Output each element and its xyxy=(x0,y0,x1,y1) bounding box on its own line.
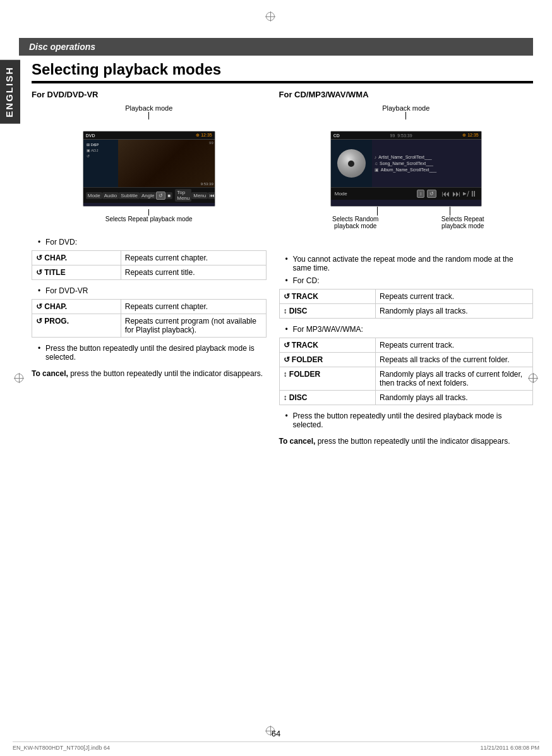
cd-ann-right: Selects Repeat playback mode xyxy=(431,216,495,229)
left-cancel-text: press the button repeatedly until the in… xyxy=(70,369,263,378)
left-press-text: Press the button repeatedly until the de… xyxy=(45,344,255,362)
right-press-text: Press the button repeatedly until the de… xyxy=(293,412,502,429)
dvd-table: ↺ CHAP. Repeats current chapter. ↺ TITLE… xyxy=(32,250,267,280)
cd-section-title: For CD: xyxy=(293,276,320,285)
dvdvr-bullet-section: For DVD-VR ↺ CHAP. Repeats current chapt… xyxy=(32,286,267,338)
dvd-row1-key: ↺ CHAP. xyxy=(32,251,121,265)
mp3-row3-val: Randomly plays all tracks of current fol… xyxy=(376,367,533,391)
dvdvr-header: For DVD-VR xyxy=(38,286,267,295)
mp3-section-title: For MP3/WAV/WMA: xyxy=(293,325,363,334)
cd-row1-key: ↺ TRACK xyxy=(279,290,376,304)
dvd-screen-label: Playback mode xyxy=(125,104,172,112)
table-row: ↺ TRACK Repeats current track. xyxy=(279,290,532,304)
footer: EN_KW-NT800HDT_NT700[J].indb 64 11/21/20… xyxy=(13,741,539,751)
table-row: ↺ CHAP. Repeats current chapter. xyxy=(32,300,267,314)
cd-disc-visual xyxy=(337,149,366,178)
footer-right: 11/21/2011 6:08:08 PM xyxy=(480,745,539,751)
dvdvr-row2-key: ↺ PROG. xyxy=(32,314,121,338)
mp3-row4-key: ↕ DISC xyxy=(279,391,376,405)
mp3-row3-key: ↕ FOLDER xyxy=(279,367,376,391)
cd-table: ↺ TRACK Repeats current track. ↕ DISC Ra… xyxy=(279,289,533,319)
page-title: Selecting playback modes xyxy=(32,61,533,83)
dvd-screen: DVD ⊕ 12:35 ⊞ Di$P ▣ ADJ ↺ 9:53:39 xyxy=(83,131,215,207)
mp3-header: For MP3/WAV/WMA: xyxy=(285,325,533,334)
right-section-title: For CD/MP3/WAV/WMA xyxy=(279,90,533,99)
right-cancel-text: press the button repeatedly until the in… xyxy=(318,437,510,446)
dvd-row1-val: Repeats current chapter. xyxy=(121,251,266,265)
table-row: ↕ FOLDER Randomly plays all tracks of cu… xyxy=(279,367,532,391)
cd-screen: CD 99 9:53:39 ⊕ 12:35 ♪ Artist xyxy=(330,131,482,207)
table-row: ↕ DISC Randomly plays all tracks. xyxy=(279,304,532,319)
dvdvr-row1-val: Repeats current chapter. xyxy=(121,300,266,314)
cannot-note: You cannot activate the repeat mode and … xyxy=(285,255,533,272)
left-column: For DVD/DVD-VR Playback mode DVD ⊕ 12:35 xyxy=(32,90,267,446)
dvd-row2-val: Repeats current title. xyxy=(121,265,266,280)
mp3-row1-val: Repeats current track. xyxy=(376,338,533,353)
table-row: ↺ TITLE Repeats current title. xyxy=(32,265,267,280)
table-row: ↕ DISC Randomly plays all tracks. xyxy=(279,391,532,405)
table-row: ↺ PROG. Repeats current program (not ava… xyxy=(32,314,267,338)
left-section-title: For DVD/DVD-VR xyxy=(32,90,267,99)
dvdvr-row1-key: ↺ CHAP. xyxy=(32,300,121,314)
dvdvr-section-title: For DVD-VR xyxy=(45,286,88,295)
table-row: ↺ FOLDER Repeats all tracks of the curre… xyxy=(279,353,532,367)
section-header: Disc operations xyxy=(19,38,533,56)
dvd-row2-key: ↺ TITLE xyxy=(32,265,121,280)
right-cancel-label: To cancel, xyxy=(279,437,316,446)
left-press-note: Press the button repeatedly until the de… xyxy=(38,344,267,362)
right-cancel-note: To cancel, press the button repeatedly u… xyxy=(279,437,533,446)
language-tab: ENGLISH xyxy=(0,60,20,124)
mp3-row4-val: Randomly plays all tracks. xyxy=(376,391,533,405)
cd-screen-container: Playback mode CD 99 9:53:39 ⊕ 12:35 xyxy=(279,104,533,229)
right-press-note: Press the button repeatedly until the de… xyxy=(285,412,533,429)
mp3-table: ↺ TRACK Repeats current track. ↺ FOLDER … xyxy=(279,338,533,405)
mp3-row1-key: ↺ TRACK xyxy=(279,338,376,353)
main-content: Selecting playback modes For DVD/DVD-VR … xyxy=(32,56,533,446)
dvd-screen-container: Playback mode DVD ⊕ 12:35 ⊞ Di$P ▣ ADJ xyxy=(32,104,267,223)
mp3-row2-val: Repeats all tracks of the current folder… xyxy=(376,353,533,367)
cd-ann-left: Selects Random playback mode xyxy=(324,216,387,229)
mp3-row2-key: ↺ FOLDER xyxy=(279,353,376,367)
left-cancel-label: To cancel, xyxy=(32,369,68,378)
dvd-header: For DVD: xyxy=(38,238,267,247)
table-row: ↺ TRACK Repeats current track. xyxy=(279,338,532,353)
dvd-bullet-section: For DVD: ↺ CHAP. Repeats current chapter… xyxy=(32,238,267,280)
footer-left: EN_KW-NT800HDT_NT700[J].indb 64 xyxy=(13,745,110,751)
mp3-bullet-section: For MP3/WAV/WMA: ↺ TRACK Repeats current… xyxy=(279,325,533,405)
dvdvr-row2-val: Repeats current program (not available f… xyxy=(121,314,266,338)
left-cancel-note: To cancel, press the button repeatedly u… xyxy=(32,369,267,378)
dvd-caption: Selects Repeat playback mode xyxy=(105,216,193,223)
right-column: For CD/MP3/WAV/WMA Playback mode CD 99 9… xyxy=(279,90,533,446)
cannot-text: You cannot activate the repeat mode and … xyxy=(293,255,513,272)
two-column-layout: For DVD/DVD-VR Playback mode DVD ⊕ 12:35 xyxy=(32,90,533,446)
table-row: ↺ CHAP. Repeats current chapter. xyxy=(32,251,267,265)
cd-bullet-section: For CD: ↺ TRACK Repeats current track. ↕… xyxy=(279,276,533,319)
page-number: 64 xyxy=(272,729,280,738)
dvd-section-title: For DVD: xyxy=(45,238,77,247)
dvdvr-table: ↺ CHAP. Repeats current chapter. ↺ PROG.… xyxy=(32,299,267,338)
cd-row2-val: Randomly plays all tracks. xyxy=(376,304,533,319)
cd-row2-key: ↕ DISC xyxy=(279,304,376,319)
cd-screen-label: Playback mode xyxy=(382,104,429,112)
cd-row1-val: Repeats current track. xyxy=(376,290,533,304)
section-title: Disc operations xyxy=(29,42,95,52)
cd-header: For CD: xyxy=(285,276,533,285)
